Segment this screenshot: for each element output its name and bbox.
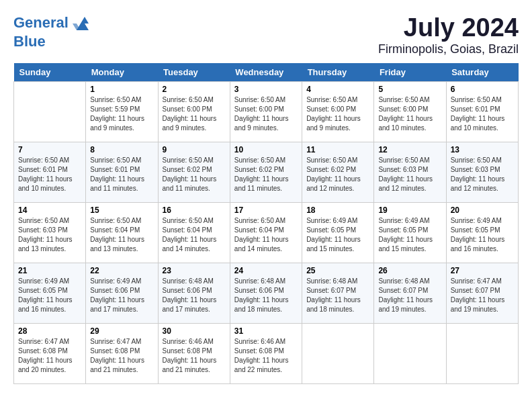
logo: General Blue: [13, 13, 90, 50]
page-header: General Blue July 2024 Firminopolis, Goi…: [13, 13, 519, 56]
calendar-cell: 10Sunrise: 6:50 AMSunset: 6:02 PMDayligh…: [230, 142, 302, 203]
calendar-cell: 30Sunrise: 6:46 AMSunset: 6:08 PMDayligh…: [158, 324, 230, 384]
day-info: Sunrise: 6:50 AMSunset: 6:04 PMDaylight:…: [90, 216, 153, 254]
day-info: Sunrise: 6:48 AMSunset: 6:07 PMDaylight:…: [378, 277, 441, 314]
calendar-cell: 9Sunrise: 6:50 AMSunset: 6:02 PMDaylight…: [158, 142, 230, 203]
day-info: Sunrise: 6:50 AMSunset: 6:00 PMDaylight:…: [163, 95, 226, 133]
week-row-4: 21Sunrise: 6:49 AMSunset: 6:05 PMDayligh…: [14, 263, 519, 324]
calendar-cell: 12Sunrise: 6:50 AMSunset: 6:03 PMDayligh…: [374, 142, 446, 203]
week-row-2: 7Sunrise: 6:50 AMSunset: 6:01 PMDaylight…: [14, 142, 519, 203]
calendar-cell: 15Sunrise: 6:50 AMSunset: 6:04 PMDayligh…: [86, 203, 158, 263]
header-day-friday: Friday: [374, 63, 446, 82]
day-info: Sunrise: 6:47 AMSunset: 6:08 PMDaylight:…: [90, 337, 153, 375]
calendar-header: SundayMondayTuesdayWednesdayThursdayFrid…: [14, 63, 519, 82]
calendar-cell: 20Sunrise: 6:49 AMSunset: 6:05 PMDayligh…: [446, 203, 518, 263]
day-number: 24: [234, 266, 298, 275]
day-number: 21: [18, 266, 81, 275]
day-number: 4: [306, 85, 369, 94]
day-number: 18: [306, 205, 369, 215]
day-info: Sunrise: 6:50 AMSunset: 6:04 PMDaylight:…: [163, 216, 226, 254]
calendar-cell: 4Sunrise: 6:50 AMSunset: 6:00 PMDaylight…: [302, 82, 374, 142]
day-number: 17: [234, 205, 298, 215]
calendar-table: SundayMondayTuesdayWednesdayThursdayFrid…: [13, 63, 519, 384]
day-info: Sunrise: 6:48 AMSunset: 6:06 PMDaylight:…: [163, 277, 226, 314]
day-number: 29: [90, 326, 153, 336]
subtitle: Firminopolis, Goias, Brazil: [378, 42, 519, 56]
day-info: Sunrise: 6:50 AMSunset: 6:03 PMDaylight:…: [18, 216, 81, 254]
day-info: Sunrise: 6:48 AMSunset: 6:07 PMDaylight:…: [306, 277, 369, 314]
day-number: 27: [451, 266, 514, 275]
calendar-cell: 11Sunrise: 6:50 AMSunset: 6:02 PMDayligh…: [302, 142, 374, 203]
header-day-thursday: Thursday: [302, 63, 374, 82]
header-day-sunday: Sunday: [14, 63, 86, 82]
day-info: Sunrise: 6:48 AMSunset: 6:06 PMDaylight:…: [234, 277, 298, 314]
calendar-cell: [14, 82, 86, 142]
day-info: Sunrise: 6:49 AMSunset: 6:05 PMDaylight:…: [451, 216, 514, 254]
day-number: 5: [378, 85, 441, 94]
day-info: Sunrise: 6:47 AMSunset: 6:08 PMDaylight:…: [18, 337, 81, 375]
day-number: 13: [451, 145, 514, 154]
calendar-cell: [302, 324, 374, 384]
day-info: Sunrise: 6:50 AMSunset: 6:01 PMDaylight:…: [451, 95, 514, 133]
calendar-body: 1Sunrise: 6:50 AMSunset: 5:59 PMDaylight…: [14, 82, 519, 384]
calendar-cell: 22Sunrise: 6:49 AMSunset: 6:06 PMDayligh…: [86, 263, 158, 324]
day-info: Sunrise: 6:46 AMSunset: 6:08 PMDaylight:…: [163, 337, 226, 375]
calendar-cell: 13Sunrise: 6:50 AMSunset: 6:03 PMDayligh…: [446, 142, 518, 203]
calendar-cell: 29Sunrise: 6:47 AMSunset: 6:08 PMDayligh…: [86, 324, 158, 384]
day-info: Sunrise: 6:50 AMSunset: 6:02 PMDaylight:…: [234, 156, 298, 193]
day-number: 25: [306, 266, 369, 275]
day-info: Sunrise: 6:46 AMSunset: 6:08 PMDaylight:…: [234, 337, 298, 375]
day-number: 10: [234, 145, 298, 154]
calendar-cell: 8Sunrise: 6:50 AMSunset: 6:01 PMDaylight…: [86, 142, 158, 203]
week-row-5: 28Sunrise: 6:47 AMSunset: 6:08 PMDayligh…: [14, 324, 519, 384]
day-info: Sunrise: 6:49 AMSunset: 6:05 PMDaylight:…: [306, 216, 369, 254]
calendar-cell: 21Sunrise: 6:49 AMSunset: 6:05 PMDayligh…: [14, 263, 86, 324]
week-row-3: 14Sunrise: 6:50 AMSunset: 6:03 PMDayligh…: [14, 203, 519, 263]
calendar-cell: 3Sunrise: 6:50 AMSunset: 6:00 PMDaylight…: [230, 82, 302, 142]
calendar-cell: 24Sunrise: 6:48 AMSunset: 6:06 PMDayligh…: [230, 263, 302, 324]
day-number: 9: [163, 145, 226, 154]
calendar-cell: [446, 324, 518, 384]
day-number: 3: [234, 85, 298, 94]
day-number: 30: [163, 326, 226, 336]
day-number: 15: [90, 205, 153, 215]
calendar-cell: 26Sunrise: 6:48 AMSunset: 6:07 PMDayligh…: [374, 263, 446, 324]
day-number: 2: [163, 85, 226, 94]
calendar-cell: [374, 324, 446, 384]
calendar-cell: 16Sunrise: 6:50 AMSunset: 6:04 PMDayligh…: [158, 203, 230, 263]
day-info: Sunrise: 6:49 AMSunset: 6:05 PMDaylight:…: [18, 277, 81, 314]
header-day-saturday: Saturday: [446, 63, 518, 82]
day-info: Sunrise: 6:49 AMSunset: 6:06 PMDaylight:…: [90, 277, 153, 314]
day-info: Sunrise: 6:50 AMSunset: 6:03 PMDaylight:…: [378, 156, 441, 193]
calendar-cell: 27Sunrise: 6:47 AMSunset: 6:07 PMDayligh…: [446, 263, 518, 324]
day-number: 19: [378, 205, 441, 215]
day-info: Sunrise: 6:50 AMSunset: 6:00 PMDaylight:…: [234, 95, 298, 133]
calendar-cell: 23Sunrise: 6:48 AMSunset: 6:06 PMDayligh…: [158, 263, 230, 324]
calendar-cell: 17Sunrise: 6:50 AMSunset: 6:04 PMDayligh…: [230, 203, 302, 263]
day-number: 6: [451, 85, 514, 94]
day-number: 11: [306, 145, 369, 154]
logo-blue-text: Blue: [13, 33, 46, 50]
day-number: 23: [163, 266, 226, 275]
day-info: Sunrise: 6:50 AMSunset: 6:02 PMDaylight:…: [163, 156, 226, 193]
day-info: Sunrise: 6:50 AMSunset: 6:00 PMDaylight:…: [306, 95, 369, 133]
calendar-cell: 25Sunrise: 6:48 AMSunset: 6:07 PMDayligh…: [302, 263, 374, 324]
day-number: 7: [18, 145, 81, 154]
day-info: Sunrise: 6:50 AMSunset: 6:00 PMDaylight:…: [378, 95, 441, 133]
title-section: July 2024 Firminopolis, Goias, Brazil: [378, 13, 519, 56]
day-number: 8: [90, 145, 153, 154]
calendar-cell: 31Sunrise: 6:46 AMSunset: 6:08 PMDayligh…: [230, 324, 302, 384]
calendar-cell: 14Sunrise: 6:50 AMSunset: 6:03 PMDayligh…: [14, 203, 86, 263]
svg-marker-1: [73, 17, 81, 30]
week-row-1: 1Sunrise: 6:50 AMSunset: 5:59 PMDaylight…: [14, 82, 519, 142]
calendar-cell: 28Sunrise: 6:47 AMSunset: 6:08 PMDayligh…: [14, 324, 86, 384]
day-number: 16: [163, 205, 226, 215]
logo-icon: [70, 13, 90, 34]
day-info: Sunrise: 6:50 AMSunset: 6:03 PMDaylight:…: [451, 156, 514, 193]
header-day-monday: Monday: [86, 63, 158, 82]
day-info: Sunrise: 6:50 AMSunset: 6:04 PMDaylight:…: [234, 216, 298, 254]
day-number: 14: [18, 205, 81, 215]
day-info: Sunrise: 6:50 AMSunset: 6:02 PMDaylight:…: [306, 156, 369, 193]
calendar-cell: 7Sunrise: 6:50 AMSunset: 6:01 PMDaylight…: [14, 142, 86, 203]
header-day-wednesday: Wednesday: [230, 63, 302, 82]
